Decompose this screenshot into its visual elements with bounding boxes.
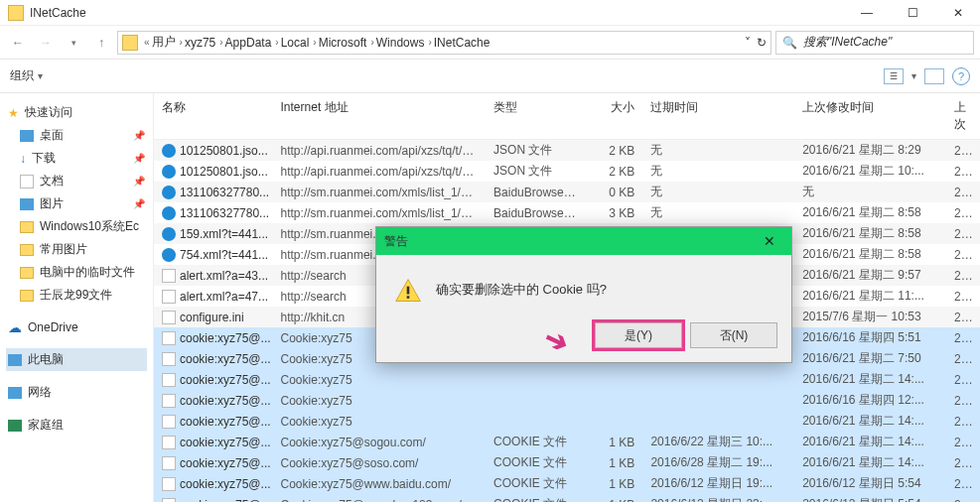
col-name: 名称 bbox=[154, 93, 273, 139]
folder-icon bbox=[20, 221, 34, 233]
nav-row: ← → ▾ ↑ « 用户› xyz75› AppData› Local› Mic… bbox=[0, 26, 980, 60]
table-row[interactable]: cookie:xyz75@...Cookie:xyz752016/6/21 星期… bbox=[154, 411, 980, 432]
desktop-icon bbox=[20, 130, 34, 142]
svg-rect-1 bbox=[407, 287, 410, 295]
search-placeholder: 搜索"INetCache" bbox=[803, 34, 892, 51]
pin-icon: 📌 bbox=[133, 198, 145, 209]
col-mod: 上次修改时间 bbox=[794, 93, 946, 139]
pin-icon: 📌 bbox=[133, 176, 145, 187]
download-icon: ↓ bbox=[20, 152, 26, 166]
pin-icon: 📌 bbox=[133, 153, 145, 164]
folder-icon bbox=[20, 290, 34, 302]
cloud-icon: ☁ bbox=[8, 319, 22, 335]
folder-icon bbox=[8, 5, 24, 21]
view-options-button[interactable]: ☰ bbox=[884, 68, 904, 84]
file-icon bbox=[162, 311, 176, 324]
file-icon bbox=[162, 269, 176, 283]
col-exp: 过期时间 bbox=[642, 93, 794, 139]
dialog-message: 确实要删除选中的 Cookie 吗? bbox=[436, 277, 607, 299]
folder-icon bbox=[122, 35, 138, 51]
minimize-button[interactable]: — bbox=[853, 6, 881, 20]
sidebar-onedrive[interactable]: ☁OneDrive bbox=[6, 316, 147, 338]
view-dropdown-icon[interactable]: ▾ bbox=[911, 70, 916, 81]
col-size: 大小 bbox=[586, 93, 643, 139]
folder-icon bbox=[20, 244, 34, 256]
recent-dropdown[interactable]: ▾ bbox=[62, 31, 85, 55]
organize-menu[interactable]: 组织▾ bbox=[10, 67, 43, 84]
help-button[interactable]: ? bbox=[952, 67, 970, 85]
file-icon bbox=[162, 498, 176, 503]
window-title: INetCache bbox=[30, 6, 86, 20]
svg-rect-2 bbox=[407, 296, 410, 299]
file-icon bbox=[162, 415, 176, 429]
file-icon bbox=[162, 477, 176, 491]
file-icon bbox=[162, 144, 176, 158]
sidebar-network[interactable]: 网络 bbox=[6, 381, 147, 404]
document-icon bbox=[20, 175, 34, 188]
file-icon bbox=[162, 227, 176, 241]
sidebar-item-downloads[interactable]: ↓下载📌 bbox=[6, 147, 147, 170]
file-icon bbox=[162, 394, 176, 408]
file-icon bbox=[162, 206, 176, 220]
quick-access[interactable]: ★快速访问 bbox=[6, 101, 147, 124]
pc-icon bbox=[8, 354, 22, 366]
homegroup-icon bbox=[8, 420, 22, 432]
preview-pane-button[interactable] bbox=[924, 68, 944, 84]
table-row[interactable]: cookie:xyz75@...Cookie:xyz752016/6/21 星期… bbox=[154, 369, 980, 390]
back-button[interactable]: ← bbox=[6, 31, 30, 55]
sidebar-item-desktop[interactable]: 桌面📌 bbox=[6, 124, 147, 147]
col-type: 类型 bbox=[486, 93, 586, 139]
forward-button[interactable]: → bbox=[34, 31, 58, 55]
dialog-yes-button[interactable]: 是(Y) bbox=[595, 322, 682, 348]
sidebar-item-folder[interactable]: 电脑中的临时文件 bbox=[6, 261, 147, 284]
breadcrumb[interactable]: « 用户› xyz75› AppData› Local› Microsoft› … bbox=[117, 31, 771, 55]
table-row[interactable]: cookie:xyz75@...Cookie:xyz75@soso.com/CO… bbox=[154, 452, 980, 473]
table-row[interactable]: 131106327780...http://sm.ruanmei.com/xml… bbox=[154, 202, 980, 223]
table-row[interactable]: cookie:xyz75@...Cookie:xyz75@www.hao123.… bbox=[154, 494, 980, 502]
table-row[interactable]: 101250801.jso...http://api.ruanmei.com/a… bbox=[154, 161, 980, 182]
refresh-icon[interactable]: ↻ bbox=[757, 36, 767, 50]
file-icon bbox=[162, 165, 176, 179]
file-icon bbox=[162, 186, 176, 199]
sidebar-item-folder[interactable]: 常用图片 bbox=[6, 238, 147, 261]
sidebar-item-pictures[interactable]: 图片📌 bbox=[6, 192, 147, 215]
file-icon bbox=[162, 456, 176, 470]
sidebar-item-folder[interactable]: Windows10系统Ec bbox=[6, 215, 147, 238]
pin-icon: 📌 bbox=[133, 130, 145, 141]
folder-icon bbox=[20, 267, 34, 279]
file-icon bbox=[162, 290, 176, 304]
close-button[interactable]: ✕ bbox=[944, 6, 972, 20]
table-row[interactable]: 101250801.jso...http://api.ruanmei.com/a… bbox=[154, 140, 980, 161]
warning-icon bbox=[394, 277, 422, 305]
table-row[interactable]: cookie:xyz75@...Cookie:xyz75@www.baidu.c… bbox=[154, 473, 980, 494]
dialog-close-button[interactable]: ✕ bbox=[756, 233, 783, 249]
file-icon bbox=[162, 352, 176, 366]
warning-dialog: 警告 ✕ 确实要删除选中的 Cookie 吗? ➔ 是(Y) 否(N) bbox=[375, 226, 792, 363]
table-row[interactable]: cookie:xyz75@...Cookie:xyz75@sogou.com/C… bbox=[154, 432, 980, 452]
sidebar-this-pc[interactable]: 此电脑 bbox=[6, 348, 147, 371]
breadcrumb-dropdown-icon[interactable]: ˅ bbox=[745, 36, 751, 50]
sidebar-homegroup[interactable]: 家庭组 bbox=[6, 414, 147, 437]
table-row[interactable]: 131106327780...http://sm.ruanmei.com/xml… bbox=[154, 182, 980, 202]
file-icon bbox=[162, 248, 176, 262]
toolbar: 组织▾ ☰ ▾ ? bbox=[0, 60, 980, 93]
col-last: 上次 bbox=[946, 93, 980, 139]
sidebar-item-folder[interactable]: 壬辰龙99文件 bbox=[6, 284, 147, 307]
star-icon: ★ bbox=[8, 106, 19, 120]
col-url: Internet 地址 bbox=[273, 93, 487, 139]
sidebar-item-documents[interactable]: 文档📌 bbox=[6, 170, 147, 192]
window-titlebar: INetCache — ☐ ✕ bbox=[0, 0, 980, 26]
sidebar: ★快速访问 桌面📌 ↓下载📌 文档📌 图片📌 Windows10系统Ec 常用图… bbox=[0, 93, 154, 502]
file-icon bbox=[162, 331, 176, 345]
maximize-button[interactable]: ☐ bbox=[899, 6, 926, 20]
search-icon: 🔍 bbox=[782, 36, 797, 50]
up-button[interactable]: ↑ bbox=[89, 31, 113, 55]
file-icon bbox=[162, 373, 176, 387]
dialog-no-button[interactable]: 否(N) bbox=[690, 322, 777, 348]
picture-icon bbox=[20, 198, 34, 210]
column-headers[interactable]: 名称 Internet 地址 类型 大小 过期时间 上次修改时间 上次 bbox=[154, 93, 980, 140]
search-input[interactable]: 🔍 搜索"INetCache" bbox=[775, 31, 974, 55]
dialog-title: 警告 bbox=[384, 233, 408, 250]
table-row[interactable]: cookie:xyz75@...Cookie:xyz752016/6/16 星期… bbox=[154, 390, 980, 411]
dialog-titlebar[interactable]: 警告 ✕ bbox=[376, 227, 791, 255]
